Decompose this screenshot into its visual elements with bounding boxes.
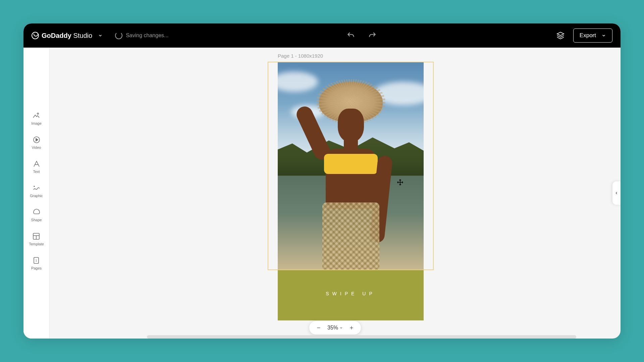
chevron-down-icon [339, 326, 343, 329]
svg-text:1: 1 [36, 259, 37, 262]
redo-button[interactable] [366, 29, 378, 42]
horizontal-scrollbar[interactable] [147, 335, 576, 339]
tool-image[interactable]: Image [31, 111, 42, 125]
export-label: Export [580, 32, 596, 39]
tool-graphic[interactable]: Graphic [30, 184, 43, 198]
undo-icon [346, 31, 355, 40]
tool-template-label: Template [29, 242, 44, 246]
image-icon [32, 111, 41, 120]
plus-icon [349, 325, 354, 330]
brand-menu-chevron[interactable] [95, 30, 106, 41]
export-button[interactable]: Export [573, 28, 612, 43]
brand-light: Studio [71, 32, 92, 39]
zoom-in-button[interactable] [348, 324, 355, 331]
canvas-area[interactable]: Page 1 - 362x644 [50, 48, 621, 339]
svg-point-4 [34, 186, 35, 187]
svg-marker-0 [557, 32, 564, 36]
brand-logo[interactable]: GoDaddy Studio [32, 32, 92, 40]
design-canvas[interactable]: SWIPE UP [278, 62, 424, 320]
tool-pages[interactable]: 1 Pages [31, 256, 42, 270]
graphic-icon [32, 184, 41, 192]
zoom-value-text: 35% [327, 325, 338, 331]
zoom-value-dropdown[interactable]: 35% [327, 325, 343, 331]
tool-video-label: Video [32, 145, 41, 149]
top-garment [324, 154, 378, 174]
person-figure [307, 82, 394, 269]
redo-icon [368, 31, 377, 40]
layers-button[interactable] [554, 29, 567, 42]
zoom-control: 35% [309, 321, 361, 335]
template-icon [32, 232, 41, 241]
spinner-icon [115, 32, 122, 39]
tool-template[interactable]: Template [29, 232, 44, 246]
video-icon [32, 135, 41, 144]
shape-icon [32, 208, 41, 217]
design-photo-layer[interactable] [278, 62, 424, 269]
history-controls [168, 29, 554, 42]
body-area: Image Video Text Graphic [23, 48, 621, 339]
app-window: GoDaddy Studio Saving changes... Export [23, 23, 621, 339]
topbar: GoDaddy Studio Saving changes... Export [23, 23, 621, 48]
svg-point-1 [37, 113, 39, 114]
skirt [322, 202, 379, 269]
tool-graphic-label: Graphic [30, 194, 43, 198]
tool-text[interactable]: Text [32, 160, 41, 174]
tool-shape-label: Shape [31, 218, 42, 222]
svg-marker-3 [36, 138, 38, 141]
save-status-text: Saving changes... [126, 33, 168, 39]
swipe-up-text[interactable]: SWIPE UP [278, 291, 424, 296]
chevron-left-icon [614, 191, 619, 195]
chevron-down-icon [98, 33, 103, 38]
page-label: Page 1 - 362x644 [278, 53, 323, 59]
save-status: Saving changes... [115, 32, 168, 39]
text-icon [32, 160, 41, 168]
tool-shape[interactable]: Shape [31, 208, 42, 222]
topbar-right: Export [554, 28, 612, 43]
right-panel-collapse[interactable] [612, 181, 621, 205]
tool-video[interactable]: Video [32, 135, 41, 149]
godaddy-logo-icon [32, 32, 39, 39]
zoom-out-button[interactable] [315, 324, 322, 331]
chevron-down-icon [601, 33, 606, 38]
tool-pages-label: Pages [31, 266, 42, 270]
brand-bold: GoDaddy [42, 32, 71, 39]
tool-text-label: Text [33, 170, 40, 174]
undo-button[interactable] [345, 29, 357, 42]
tool-image-label: Image [31, 121, 42, 125]
minus-icon [316, 325, 321, 330]
layers-icon [556, 32, 565, 40]
left-toolbar: Image Video Text Graphic [23, 48, 50, 339]
face [338, 109, 364, 142]
pages-icon: 1 [32, 256, 41, 265]
brand-text: GoDaddy Studio [42, 32, 92, 40]
